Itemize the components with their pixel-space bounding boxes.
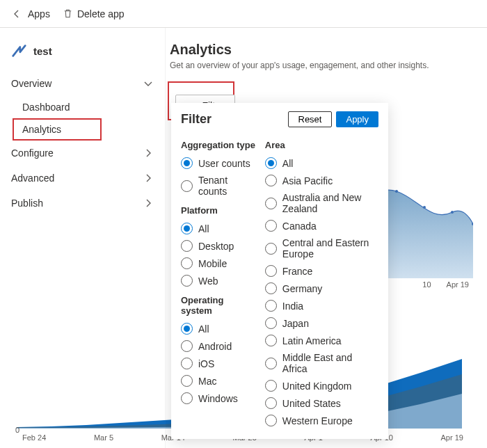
- aggregation-title: Aggregation type: [181, 140, 257, 150]
- radio-icon: [265, 265, 277, 277]
- radio-icon: [181, 257, 193, 269]
- chevron-right-icon: [143, 147, 154, 159]
- app-logo-icon: [11, 43, 26, 58]
- back-label: Apps: [28, 8, 50, 19]
- nav-analytics[interactable]: Analytics: [13, 118, 102, 141]
- area-label: Canada: [282, 221, 317, 232]
- aggregation-option[interactable]: User counts: [181, 154, 257, 172]
- area-title: Area: [265, 140, 378, 150]
- back-link[interactable]: Apps: [11, 8, 50, 19]
- chevron-down-icon: [143, 78, 154, 89]
- platform-option[interactable]: Desktop: [181, 237, 257, 255]
- radio-icon: [181, 323, 193, 335]
- os-label: Mac: [198, 376, 216, 387]
- area-option[interactable]: Japan: [265, 314, 378, 332]
- xtick: Apr 19: [441, 433, 463, 442]
- nav-publish[interactable]: Publish: [0, 191, 165, 216]
- area-label: Western Europe: [282, 415, 353, 426]
- delete-app-label: Delete app: [77, 8, 125, 19]
- nav-dashboard[interactable]: Dashboard: [0, 96, 165, 118]
- radio-icon: [265, 358, 277, 369]
- area-option[interactable]: Canada: [265, 217, 378, 234]
- area-option[interactable]: Australia and New Zealand: [265, 189, 378, 217]
- nav-dashboard-label: Dashboard: [22, 102, 70, 113]
- os-option[interactable]: Android: [181, 337, 257, 355]
- svg-point-6: [395, 190, 398, 193]
- platform-label: All: [198, 223, 209, 234]
- radio-icon: [265, 415, 277, 426]
- area-label: Germany: [282, 283, 323, 294]
- delete-app-button[interactable]: Delete app: [63, 8, 125, 19]
- nav-overview[interactable]: Overview: [0, 71, 165, 96]
- radio-icon: [265, 335, 277, 346]
- area-option[interactable]: All: [265, 154, 378, 172]
- radio-icon: [181, 157, 193, 169]
- app-header: test: [0, 40, 165, 71]
- os-option[interactable]: Mac: [181, 372, 257, 390]
- area-option[interactable]: United States: [265, 394, 378, 412]
- chart1-xtick: Apr 19: [447, 280, 469, 289]
- filter-panel-title: Filter: [181, 112, 211, 127]
- platform-option[interactable]: All: [181, 220, 257, 237]
- area-label: Asia Pacific: [282, 175, 333, 186]
- nav-advanced[interactable]: Advanced: [0, 166, 165, 191]
- aggregation-label: User counts: [198, 158, 250, 169]
- radio-icon: [265, 282, 277, 294]
- platform-label: Web: [198, 275, 218, 287]
- radio-icon: [181, 392, 193, 404]
- radio-icon: [265, 243, 277, 255]
- platform-option[interactable]: Mobile: [181, 255, 257, 272]
- radio-icon: [181, 223, 193, 234]
- radio-icon: [265, 380, 277, 392]
- os-option[interactable]: All: [181, 320, 257, 337]
- radio-icon: [181, 180, 193, 192]
- area-option[interactable]: India: [265, 297, 378, 314]
- area-option[interactable]: France: [265, 262, 378, 280]
- radio-icon: [265, 220, 277, 232]
- reset-button[interactable]: Reset: [288, 111, 333, 127]
- nav-publish-label: Publish: [11, 198, 43, 209]
- area-option[interactable]: Germany: [265, 280, 378, 297]
- chevron-right-icon: [143, 173, 154, 184]
- chevron-left-icon: [11, 8, 22, 19]
- page-title: Analytics: [170, 42, 487, 61]
- area-option[interactable]: Western Europe: [265, 412, 378, 429]
- area-label: United Kingdom: [282, 381, 352, 392]
- area-option[interactable]: Latin America: [265, 332, 378, 349]
- aggregation-option[interactable]: Tenant counts: [181, 172, 257, 200]
- area-label: Central and Eastern Europe: [282, 237, 378, 259]
- xtick: Feb 24: [22, 433, 46, 442]
- page-subtitle: Get an overview of your app's usage, eng…: [170, 61, 487, 70]
- area-option[interactable]: Middle East and Africa: [265, 349, 378, 377]
- radio-icon: [181, 375, 193, 387]
- area-label: Middle East and Africa: [282, 352, 378, 374]
- radio-icon: [181, 275, 193, 287]
- svg-point-7: [423, 206, 426, 209]
- radio-icon: [181, 240, 193, 252]
- apply-button[interactable]: Apply: [336, 111, 378, 127]
- radio-icon: [265, 198, 277, 209]
- chart1-xtick: 10: [422, 280, 431, 289]
- nav-configure-label: Configure: [11, 147, 54, 159]
- radio-icon: [181, 340, 193, 352]
- nav-configure[interactable]: Configure: [0, 141, 165, 166]
- radio-icon: [265, 175, 277, 186]
- nav-analytics-label: Analytics: [22, 124, 61, 135]
- filter-panel: Filter Reset Apply Aggregation type User…: [171, 103, 388, 439]
- area-option[interactable]: Asia Pacific: [265, 172, 378, 189]
- os-label: All: [198, 323, 209, 335]
- os-label: Android: [198, 341, 232, 352]
- area-option[interactable]: Central and Eastern Europe: [265, 234, 378, 262]
- nav-overview-label: Overview: [11, 78, 51, 89]
- filter-col-left: Aggregation type User countsTenant count…: [181, 134, 257, 429]
- filter-col-right: Area AllAsia PacificAustralia and New Ze…: [265, 134, 378, 429]
- platform-option[interactable]: Web: [181, 272, 257, 289]
- os-option[interactable]: Windows: [181, 390, 257, 407]
- xtick: Mar 5: [94, 433, 113, 442]
- app-name: test: [33, 45, 52, 57]
- area-option[interactable]: United Kingdom: [265, 377, 378, 394]
- radio-icon: [181, 358, 193, 369]
- area-label: All: [282, 158, 294, 169]
- os-option[interactable]: iOS: [181, 355, 257, 372]
- radio-icon: [265, 397, 277, 409]
